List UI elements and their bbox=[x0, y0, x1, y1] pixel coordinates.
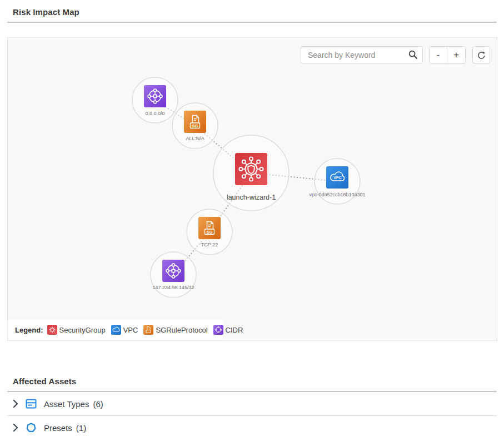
presets-icon bbox=[26, 422, 37, 433]
vpc-icon bbox=[111, 325, 121, 335]
sgrule-protocol-icon: SG bbox=[198, 217, 221, 239]
legend-label: VPC bbox=[123, 326, 138, 334]
cidr-icon bbox=[144, 85, 166, 107]
asset-row-count: (1) bbox=[76, 423, 86, 433]
node-label: 147.234.95.145/32 bbox=[152, 285, 194, 290]
map-section-header: Risk Impact Map bbox=[7, 0, 497, 23]
asset-row-asset-types[interactable]: Asset Types (6) bbox=[7, 392, 497, 416]
cidr-icon bbox=[162, 260, 184, 282]
asset-row-count: (6) bbox=[93, 399, 103, 409]
legend-label: CIDR bbox=[226, 326, 243, 334]
security-group-icon bbox=[47, 325, 57, 335]
legend-item-sgrule-protocol: SGRuleProtocol bbox=[143, 325, 207, 335]
node-sgrule-all[interactable]: SG bbox=[184, 111, 206, 133]
svg-text:SG: SG bbox=[192, 123, 198, 128]
map-legend: Legend: SecurityGroup bbox=[8, 320, 223, 340]
legend-item-vpc: VPC bbox=[111, 325, 138, 335]
legend-label: SecurityGroup bbox=[59, 326, 106, 334]
vpc-icon: VPC bbox=[326, 166, 348, 189]
chevron-right-icon[interactable] bbox=[13, 423, 18, 432]
node-label: 0.0.0.0/0 bbox=[145, 111, 164, 116]
node-security-group[interactable] bbox=[235, 153, 267, 185]
node-label: launch-wizard-1 bbox=[227, 194, 276, 201]
risk-impact-map-page: Risk Impact Map - + bbox=[0, 0, 504, 436]
legend-item-cidr: CIDR bbox=[213, 325, 243, 335]
security-group-icon bbox=[235, 153, 267, 185]
svg-text:VPC: VPC bbox=[333, 176, 341, 180]
node-cidr-host[interactable] bbox=[162, 260, 184, 282]
sgrule-protocol-icon: SG bbox=[184, 111, 206, 133]
asset-row-presets[interactable]: Presets (1) bbox=[7, 416, 497, 436]
cidr-icon bbox=[213, 325, 223, 335]
node-cidr-any[interactable] bbox=[144, 85, 166, 107]
node-sgrule-tcp22[interactable]: SG bbox=[198, 217, 221, 239]
svg-text:SG: SG bbox=[207, 230, 213, 235]
graph-edges-layer bbox=[8, 38, 497, 340]
asset-row-label: Asset Types bbox=[44, 399, 89, 409]
asset-types-icon bbox=[26, 398, 37, 409]
node-vpc[interactable]: VPC bbox=[326, 166, 348, 189]
page-title: Risk Impact Map bbox=[13, 7, 491, 17]
node-label: TCP:22 bbox=[201, 242, 218, 247]
sgrule-protocol-icon bbox=[143, 325, 153, 335]
chevron-right-icon[interactable] bbox=[13, 399, 18, 408]
node-label: vpc-0da52ccb18b10a301 bbox=[309, 192, 365, 197]
affected-assets-title: Affected Assets bbox=[13, 376, 491, 386]
legend-item-security-group: SecurityGroup bbox=[47, 325, 106, 335]
node-label: ALL:N/A bbox=[186, 136, 204, 141]
asset-row-label: Presets bbox=[44, 423, 72, 433]
affected-assets-header: Affected Assets bbox=[7, 369, 497, 392]
risk-impact-map-canvas: - + bbox=[7, 37, 497, 341]
legend-label: SGRuleProtocol bbox=[156, 326, 207, 334]
legend-title: Legend: bbox=[15, 326, 43, 334]
